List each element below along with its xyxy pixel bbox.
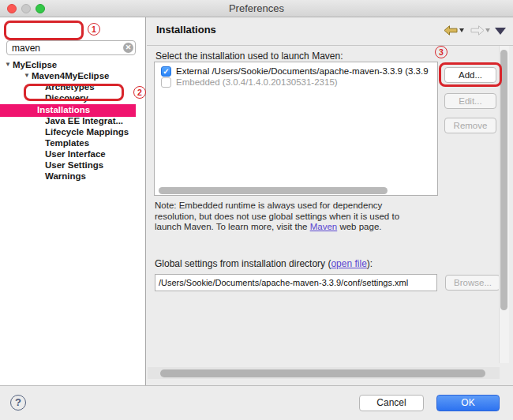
forward-history-caret-icon[interactable] (485, 28, 490, 32)
header-divider (147, 45, 513, 46)
dialog-footer: ? Cancel OK (0, 385, 513, 420)
installations-list: ✓ External /Users/Sookie/Documents/apach… (154, 62, 438, 196)
checkbox-unchecked-icon[interactable] (161, 77, 171, 88)
cancel-button[interactable]: Cancel (359, 395, 424, 411)
chevron-expanded-icon[interactable]: ▼ (24, 72, 30, 79)
window-title: Preferences (0, 0, 513, 17)
sidebar-item-discovery[interactable]: Discovery (0, 93, 146, 104)
title-bar: Preferences (0, 0, 513, 17)
page-title: Installations (156, 24, 216, 36)
sidebar-item-myeclipse[interactable]: ▼ MyEclipse (0, 60, 146, 71)
back-history-caret-icon[interactable] (459, 28, 464, 32)
sidebar-item-java-ee-integration[interactable]: Java EE Integrat... (0, 116, 146, 127)
panel-vertical-scrollbar-thumb[interactable] (500, 50, 507, 310)
installation-row-embedded[interactable]: Embedded (3.0.4/1.4.0.20130531-2315) (155, 77, 437, 88)
sidebar-item-installations[interactable]: Installations (0, 105, 146, 116)
sidebar-item-templates[interactable]: Templates (0, 138, 146, 149)
select-installation-label: Select the installation used to launch M… (155, 51, 343, 62)
browse-button[interactable]: Browse... (445, 275, 500, 291)
view-menu-icon[interactable] (495, 28, 506, 35)
remove-button[interactable]: Remove (444, 118, 496, 133)
forward-arrow-icon[interactable] (470, 25, 485, 36)
preferences-sidebar: ✕ ▼ MyEclipse ▼ Maven4MyEclipse Archetyp… (0, 17, 146, 385)
checkbox-checked-icon[interactable]: ✓ (161, 66, 171, 77)
sidebar-item-lifecycle-mappings[interactable]: Lifecycle Mappings (0, 127, 146, 138)
global-settings-label: Global settings from installation direct… (155, 258, 373, 269)
sidebar-item-archetypes[interactable]: Archetypes (0, 82, 146, 93)
open-file-link[interactable]: open file (331, 258, 366, 269)
panel-horizontal-scrollbar-thumb[interactable] (160, 369, 485, 377)
ok-button[interactable]: OK (436, 395, 500, 411)
sidebar-item-user-interface[interactable]: User Interface (0, 149, 146, 160)
global-settings-path-field[interactable] (155, 274, 437, 291)
installations-panel: Installations Select the installation us… (147, 17, 513, 385)
sidebar-item-maven4myeclipse[interactable]: ▼ Maven4MyEclipse (0, 71, 146, 82)
list-horizontal-scrollbar[interactable] (159, 187, 388, 194)
clear-search-icon[interactable]: ✕ (123, 43, 133, 53)
sidebar-item-user-settings[interactable]: User Settings (0, 160, 146, 171)
embedded-runtime-note: Note: Embedded runtime is always used fo… (155, 201, 455, 233)
filter-search-input[interactable] (6, 40, 136, 55)
help-icon[interactable]: ? (10, 395, 26, 411)
installation-row-external[interactable]: ✓ External /Users/Sookie/Documents/apach… (155, 66, 437, 77)
chevron-expanded-icon[interactable]: ▼ (5, 61, 11, 68)
back-arrow-icon[interactable] (444, 25, 458, 36)
edit-button[interactable]: Edit... (444, 93, 496, 109)
sidebar-item-warnings[interactable]: Warnings (0, 171, 146, 182)
preferences-window: Preferences ✕ ▼ MyEclipse ▼ Maven4MyEcli… (0, 0, 513, 420)
add-button[interactable]: Add... (444, 67, 496, 83)
maven-web-page-link[interactable]: Maven (310, 222, 338, 231)
